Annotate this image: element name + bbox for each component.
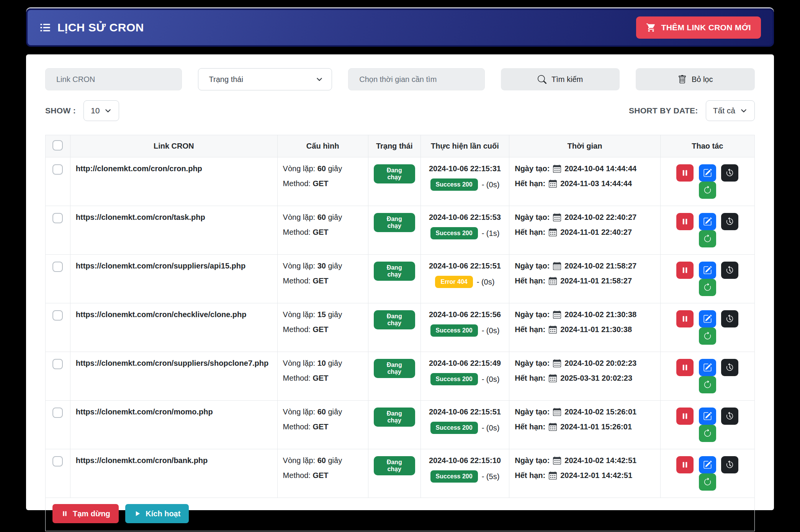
row-checkbox[interactable] bbox=[52, 456, 63, 467]
expire-date: Hết hạn: 2024-11-01 21:30:38 bbox=[515, 325, 654, 334]
bulk-activate-button[interactable]: Kích hoạt bbox=[125, 504, 189, 523]
calendar-icon bbox=[553, 213, 561, 221]
calendar-icon bbox=[549, 180, 557, 188]
status-select[interactable]: Trạng thái bbox=[198, 68, 332, 90]
edit-icon bbox=[703, 314, 712, 323]
history-button[interactable] bbox=[721, 262, 738, 279]
cron-url: http://clonemkt.com/cron/cron.php bbox=[76, 164, 202, 173]
pause-button[interactable] bbox=[676, 310, 694, 327]
calendar-icon bbox=[549, 326, 557, 334]
table-row: https://clonemkt.com/cron/checklive/clon… bbox=[46, 303, 755, 352]
rerun-icon bbox=[703, 186, 712, 195]
chevron-down-icon bbox=[104, 107, 112, 115]
history-button[interactable] bbox=[721, 213, 738, 230]
cron-url: https://clonemkt.com/cron/task.php bbox=[76, 213, 205, 221]
cron-url: https://clonemkt.com/cron/checklive/clon… bbox=[76, 310, 247, 319]
bulk-pause-button[interactable]: Tạm dừng bbox=[52, 504, 119, 523]
rerun-button[interactable] bbox=[699, 425, 716, 442]
method-config: Method: GET bbox=[283, 277, 363, 285]
page: LỊCH SỬ CRON THÊM LINK CRON MỚI Trạng th… bbox=[0, 0, 800, 532]
loop-config: Vòng lặp: 30 giây bbox=[283, 262, 363, 270]
page-size-select[interactable]: 10 bbox=[83, 100, 119, 121]
rerun-button[interactable] bbox=[699, 230, 716, 247]
pause-button[interactable] bbox=[676, 408, 694, 425]
rerun-button[interactable] bbox=[699, 473, 716, 491]
rerun-button[interactable] bbox=[699, 279, 716, 296]
row-checkbox[interactable] bbox=[52, 359, 63, 369]
search-button[interactable]: Tìm kiếm bbox=[501, 68, 620, 90]
method-config: Method: GET bbox=[283, 228, 363, 237]
filter-bar: Trạng thái Tìm kiếm Bỏ lọc bbox=[45, 68, 755, 90]
row-checkbox[interactable] bbox=[52, 213, 63, 223]
edit-button[interactable] bbox=[699, 359, 716, 376]
edit-button[interactable] bbox=[699, 310, 716, 327]
run-duration: - (5s) bbox=[482, 472, 500, 481]
link-cron-input[interactable] bbox=[45, 68, 182, 90]
select-all-checkbox[interactable] bbox=[52, 140, 63, 151]
run-duration: - (0s) bbox=[482, 424, 500, 432]
sort-by-date-select[interactable]: Tất cả bbox=[706, 100, 755, 121]
time-range-input[interactable] bbox=[348, 68, 485, 90]
pause-button[interactable] bbox=[676, 164, 694, 182]
edit-button[interactable] bbox=[699, 456, 716, 473]
edit-button[interactable] bbox=[699, 164, 716, 182]
status-badge: Đang chạy bbox=[374, 408, 415, 427]
calendar-icon bbox=[553, 311, 561, 319]
column-header-link: Link CRON bbox=[70, 135, 277, 157]
expire-date: Hết hạn: 2024-11-01 22:40:27 bbox=[515, 228, 654, 237]
edit-icon bbox=[703, 460, 712, 469]
last-run-time: 2024-10-06 22:15:53 bbox=[426, 213, 504, 222]
calendar-icon bbox=[549, 228, 557, 236]
edit-icon bbox=[703, 266, 712, 275]
pause-button[interactable] bbox=[676, 456, 694, 473]
content-card: Trạng thái Tìm kiếm Bỏ lọc bbox=[26, 54, 774, 510]
last-run-time: 2024-10-06 22:15:49 bbox=[426, 359, 504, 368]
pause-button[interactable] bbox=[676, 262, 694, 279]
cron-url: https://clonemkt.com/cron/suppliers/shop… bbox=[76, 359, 268, 367]
rerun-button[interactable] bbox=[699, 182, 716, 199]
status-badge: Đang chạy bbox=[374, 164, 415, 183]
history-button[interactable] bbox=[721, 359, 738, 376]
rerun-icon bbox=[703, 332, 712, 340]
expire-date: Hết hạn: 2024-11-01 21:58:27 bbox=[515, 277, 654, 285]
edit-button[interactable] bbox=[699, 262, 716, 279]
rerun-button[interactable] bbox=[699, 376, 716, 393]
calendar-icon bbox=[553, 262, 561, 270]
history-button[interactable] bbox=[721, 456, 738, 473]
table-row: http://clonemkt.com/cron/cron.php Vòng l… bbox=[46, 157, 755, 206]
created-date: Ngày tạo: 2024-10-02 20:02:23 bbox=[515, 359, 654, 368]
run-duration: - (0s) bbox=[477, 278, 495, 286]
created-date: Ngày tạo: 2024-10-02 22:40:27 bbox=[515, 213, 654, 222]
calendar-icon bbox=[549, 471, 557, 480]
history-icon bbox=[725, 412, 734, 421]
history-button[interactable] bbox=[721, 310, 738, 327]
row-checkbox[interactable] bbox=[52, 310, 63, 321]
method-config: Method: GET bbox=[283, 422, 363, 431]
pause-button[interactable] bbox=[676, 359, 694, 376]
status-badge: Đang chạy bbox=[374, 359, 415, 378]
add-cron-button-label: THÊM LINK CRON MỚI bbox=[661, 23, 751, 32]
rerun-button[interactable] bbox=[699, 327, 716, 345]
history-button[interactable] bbox=[721, 164, 738, 182]
loop-config: Vòng lặp: 60 giây bbox=[283, 456, 363, 465]
row-checkbox[interactable] bbox=[52, 262, 63, 272]
show-label: SHOW : bbox=[45, 106, 76, 115]
result-badge: Success 200 bbox=[430, 227, 478, 239]
pause-icon bbox=[681, 217, 689, 226]
clear-filter-button[interactable]: Bỏ lọc bbox=[636, 68, 755, 90]
expire-date: Hết hạn: 2024-11-01 15:26:01 bbox=[515, 422, 654, 431]
calendar-icon bbox=[549, 277, 557, 285]
table-row: https://clonemkt.com/cron/momo.php Vòng … bbox=[46, 401, 755, 449]
history-button[interactable] bbox=[721, 408, 738, 425]
edit-button[interactable] bbox=[699, 213, 716, 230]
created-date: Ngày tạo: 2024-10-02 21:30:38 bbox=[515, 310, 654, 319]
pause-button[interactable] bbox=[676, 213, 694, 230]
chevron-down-icon bbox=[740, 107, 748, 115]
row-checkbox[interactable] bbox=[52, 164, 63, 175]
table-row: https://clonemkt.com/cron/suppliers/shop… bbox=[46, 352, 755, 401]
cron-table: Link CRON Cấu hình Trạng thái Thực hiện … bbox=[45, 135, 755, 531]
row-checkbox[interactable] bbox=[52, 408, 63, 418]
column-header-status: Trạng thái bbox=[368, 135, 420, 157]
edit-button[interactable] bbox=[699, 408, 716, 425]
add-cron-button[interactable]: THÊM LINK CRON MỚI bbox=[636, 16, 761, 39]
